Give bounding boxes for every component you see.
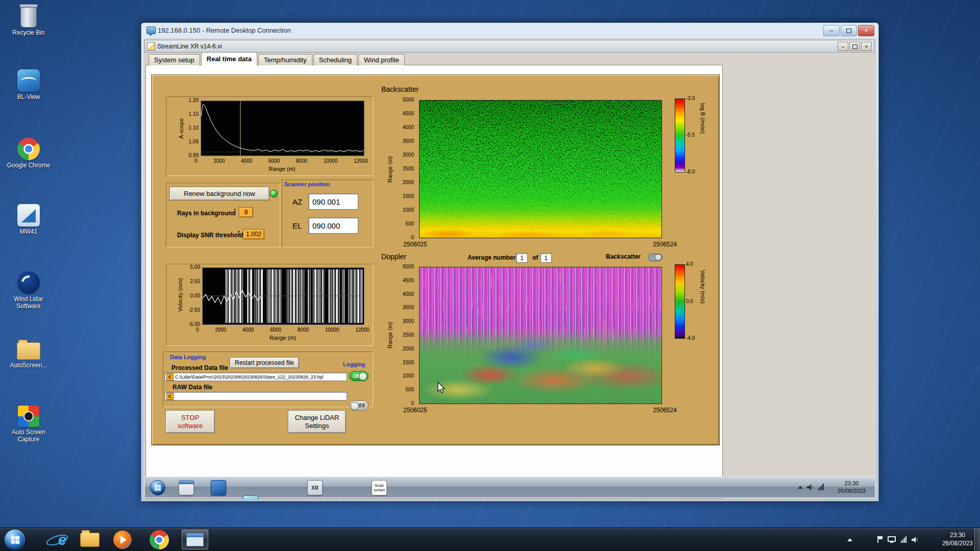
- doppler-ylabel: Range (m): [386, 312, 393, 358]
- data-logging-group: Data Logging Processed Data file Restart…: [163, 352, 373, 407]
- rays-value[interactable]: 8: [239, 207, 253, 217]
- backscatter-colorbar-label: log B (/m/sr): [700, 103, 706, 167]
- tab-bar: System setupReal time dataTemp/humidityS…: [149, 53, 405, 65]
- windows-flag-icon: [155, 485, 161, 490]
- tab[interactable]: Scheduling: [313, 54, 357, 65]
- toggle-knob: [351, 402, 359, 410]
- average-total-value[interactable]: 1: [540, 253, 552, 263]
- app-titlebar[interactable]: StreamLine XR v14-6.vi – ×: [144, 40, 874, 53]
- desktop-icon-google-chrome[interactable]: Google Chrome: [3, 138, 54, 169]
- el-value[interactable]: 090.000: [308, 217, 358, 234]
- desktop-icon-mw41[interactable]: MW41: [3, 204, 54, 235]
- windows-flag-icon: [11, 536, 19, 544]
- raw-path-field[interactable]: C: [164, 392, 347, 400]
- tab[interactable]: Wind profile: [358, 54, 405, 65]
- snr-threshold-label: Display SNR threshold: [177, 232, 243, 239]
- velocity-chart-group: Velocity (m/s) 5.002.500.00-2.50-5.00 02…: [166, 264, 373, 346]
- mw41-icon: [17, 204, 40, 227]
- doppler-xticks: 2506025 2506524: [403, 407, 677, 414]
- doppler-colorbar-label: Velocity (m/s): [700, 270, 706, 334]
- app-close-button[interactable]: ×: [861, 42, 872, 51]
- desktop-icon-auto-screen-capture[interactable]: Auto Screen Capture: [3, 406, 54, 443]
- average-number-value[interactable]: 1: [516, 253, 528, 263]
- speaker-icon[interactable]: [912, 537, 919, 543]
- renew-background-button[interactable]: Renew background now: [169, 187, 270, 201]
- taskbar-chrome-icon[interactable]: [146, 530, 173, 549]
- desktop-icon-recycle-bin[interactable]: Recycle Bin: [3, 4, 54, 36]
- show-desktop-button[interactable]: [974, 528, 980, 551]
- tray-monitor-icon[interactable]: [888, 536, 896, 543]
- processed-logging-toggle[interactable]: ON: [349, 371, 369, 381]
- clock[interactable]: 23:30 26/08/2023: [942, 531, 973, 547]
- remote-clock[interactable]: 23:30 26/08/2023: [838, 480, 866, 495]
- background-led: [270, 190, 278, 197]
- stop-software-button[interactable]: STOP software: [165, 410, 215, 433]
- velocity-xlabel: Range (m): [202, 335, 363, 341]
- backscatter-yticks: 5000450040003500300025002000150010005000: [396, 97, 414, 240]
- remote-system-tray: [798, 484, 824, 490]
- remote-desktop-session: StreamLine XR v14-6.vi – × System setupR…: [143, 38, 876, 499]
- taskbar-explorer-icon[interactable]: [77, 530, 103, 549]
- doppler-yticks: 5000450040003500300025002000150010005000: [396, 264, 414, 406]
- remote-speaker-icon[interactable]: [807, 484, 814, 490]
- rays-spinner[interactable]: ▲▼: [233, 208, 238, 215]
- app-vi-icon: [147, 42, 155, 51]
- backscatter-colorbar: [675, 98, 685, 172]
- desktop-icon-bl-view[interactable]: BL-View: [3, 69, 54, 101]
- logging-label: Logging: [343, 361, 365, 367]
- remote-network-icon[interactable]: [818, 484, 824, 490]
- desktop: Recycle Bin BL-View Google Chrome MW41 W…: [0, 0, 980, 551]
- restart-processed-file-button[interactable]: Restart processed file: [230, 357, 299, 368]
- drive-icon[interactable]: C: [166, 373, 174, 381]
- tab[interactable]: Real time data: [201, 52, 257, 65]
- remote-start-button[interactable]: [150, 480, 165, 495]
- desktop-icon-autoscreen[interactable]: AutoScreen...: [3, 338, 54, 369]
- desktop-icon-wind-lidar[interactable]: Wind Lidar Software: [3, 271, 54, 310]
- taskbar-internet-explorer-icon[interactable]: e: [49, 530, 76, 549]
- average-number-label: Average number: [468, 254, 516, 261]
- processed-path-field[interactable]: C C:\Lidar\Data\Proc\2023\202308\2023082…: [164, 372, 347, 381]
- velocity-xticks: 020004000600080001000012000: [196, 327, 370, 333]
- processed-data-file-label: Processed Data file: [172, 364, 228, 371]
- rays-in-background-label: Rays in background: [177, 210, 236, 217]
- scanner-position-title: Scanner position: [284, 181, 330, 187]
- rdp-titlebar[interactable]: 192.168.0.150 - Remote Desktop Connectio…: [141, 23, 878, 38]
- remote-taskbar-xr-app-icon[interactable]: XR: [307, 480, 323, 495]
- taskbar-media-player-icon[interactable]: [109, 530, 136, 549]
- ascope-chart-group: A-scope 1.201.151.101.050.99 02000400060…: [166, 96, 373, 176]
- backscatter-toggle[interactable]: [648, 254, 663, 261]
- snr-threshold-value[interactable]: 1.002: [243, 229, 264, 239]
- mouse-cursor: [437, 382, 449, 394]
- snr-spinner[interactable]: ▲▼: [237, 230, 242, 237]
- az-value[interactable]: 090.001: [308, 193, 358, 210]
- tab[interactable]: Temp/humidity: [258, 54, 312, 65]
- remote-taskbar: XR Scan sched 23:30 26/08/2023: [145, 477, 875, 497]
- rdp-minimize-button[interactable]: –: [823, 25, 840, 36]
- bl-view-icon: [17, 69, 40, 92]
- change-lidar-settings-button[interactable]: Change LiDAR Settings: [288, 410, 346, 433]
- action-center-icon[interactable]: [877, 536, 883, 543]
- tab[interactable]: System setup: [149, 54, 200, 65]
- app-minimize-button[interactable]: –: [838, 42, 848, 51]
- remote-taskbar-app-2-icon[interactable]: [211, 480, 226, 495]
- el-label: EL: [292, 221, 302, 230]
- toggle-knob: [655, 254, 662, 261]
- ascope-yticks: 1.201.151.101.050.99: [184, 97, 199, 158]
- real-time-data-panel: Backscatter A-scope 1.201.151.101.050.99: [151, 74, 720, 445]
- raw-logging-toggle[interactable]: OFF: [349, 400, 369, 411]
- tray-caret-icon[interactable]: [847, 538, 852, 541]
- remote-tray-caret-icon[interactable]: [798, 486, 803, 489]
- taskbar-rdp-icon[interactable]: [182, 530, 208, 549]
- network-icon[interactable]: [901, 536, 906, 543]
- remote-taskbar-app-1-icon[interactable]: [179, 480, 194, 495]
- ascope-xlabel: Range (m): [201, 166, 363, 172]
- drive-icon[interactable]: C: [166, 393, 174, 400]
- rdp-maximize-button[interactable]: [841, 25, 857, 36]
- rdp-close-button[interactable]: ×: [858, 25, 874, 36]
- remote-taskbar-app-3-icon[interactable]: [243, 495, 258, 499]
- remote-taskbar-scan-scheduler-icon[interactable]: Scan sched: [372, 480, 387, 495]
- start-button[interactable]: [4, 529, 26, 550]
- doppler-colorbar: [675, 264, 685, 339]
- app-restore-button[interactable]: [849, 42, 860, 51]
- screen-capture-icon: [18, 406, 39, 427]
